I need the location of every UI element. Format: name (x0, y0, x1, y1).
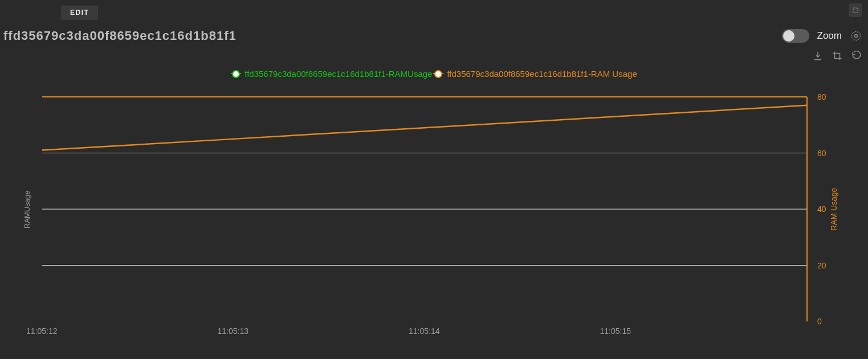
svg-text:11:05:13: 11:05:13 (218, 327, 249, 336)
svg-text:40: 40 (817, 205, 826, 214)
chart-legend: ffd35679c3da00f8659ec1c16d1b81f1-RAMUsag… (0, 66, 868, 81)
legend-label: ffd35679c3da00f8659ec1c16d1b81f1-RAMUsag… (244, 69, 432, 79)
svg-text:RAMUsage: RAMUsage (23, 191, 31, 229)
svg-text:11:05:12: 11:05:12 (26, 327, 58, 336)
legend-marker-icon (433, 73, 443, 74)
chart-toolbar (0, 49, 868, 66)
svg-text:0: 0 (817, 317, 822, 326)
svg-text:11:05:14: 11:05:14 (409, 327, 440, 336)
reset-icon[interactable] (851, 50, 862, 62)
gear-icon[interactable] (850, 30, 862, 42)
legend-label: ffd35679c3da00f8659ec1c16d1b81f1-RAM Usa… (447, 69, 637, 79)
svg-point-2 (855, 35, 858, 38)
legend-marker-icon (231, 73, 241, 74)
download-icon[interactable] (812, 50, 824, 62)
right-controls: Zoom (782, 23, 862, 49)
top-bar: EDIT (0, 0, 868, 23)
page-title: ffd35679c3da00f8659ec1c16d1b81f1 (3, 28, 237, 43)
svg-point-1 (852, 32, 861, 40)
focus-mode-icon[interactable] (849, 3, 862, 17)
svg-text:60: 60 (817, 149, 826, 158)
svg-text:20: 20 (817, 261, 826, 270)
chart-svg: 02040608011:05:1211:05:1311:05:1411:05:1… (0, 80, 868, 342)
svg-text:11:05:15: 11:05:15 (600, 327, 631, 336)
crop-icon[interactable] (832, 50, 843, 62)
chart-area[interactable]: 02040608011:05:1211:05:1311:05:1411:05:1… (0, 80, 868, 342)
edit-button[interactable]: EDIT (62, 6, 97, 19)
zoom-label: Zoom (817, 30, 842, 42)
zoom-toggle[interactable] (782, 29, 809, 43)
legend-item-series-b[interactable]: ffd35679c3da00f8659ec1c16d1b81f1-RAM Usa… (433, 69, 637, 79)
svg-rect-0 (853, 8, 858, 13)
title-bar: ffd35679c3da00f8659ec1c16d1b81f1 Zoom (0, 23, 868, 49)
svg-text:RAM Usage: RAM Usage (829, 187, 838, 231)
svg-text:80: 80 (817, 92, 826, 101)
legend-item-series-a[interactable]: ffd35679c3da00f8659ec1c16d1b81f1-RAMUsag… (231, 69, 432, 79)
